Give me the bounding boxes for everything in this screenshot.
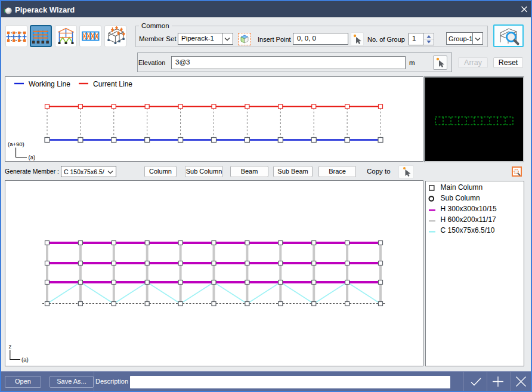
svg-text:H 300x300x10/15: H 300x300x10/15: [441, 205, 497, 213]
svg-text:Current Line: Current Line: [93, 80, 132, 88]
svg-text:Sub Column: Sub Column: [441, 194, 480, 202]
svg-text:(a+90): (a+90): [8, 141, 24, 147]
svg-text:C 150x75x6.5/10: C 150x75x6.5/10: [441, 226, 495, 234]
svg-text:Working Line: Working Line: [29, 80, 70, 88]
svg-text:Main Column: Main Column: [441, 183, 483, 192]
svg-text:(a): (a): [21, 356, 29, 363]
svg-text:H 600x200x11/17: H 600x200x11/17: [441, 215, 497, 224]
svg-text:(a): (a): [29, 154, 36, 160]
svg-text:z: z: [9, 343, 12, 350]
